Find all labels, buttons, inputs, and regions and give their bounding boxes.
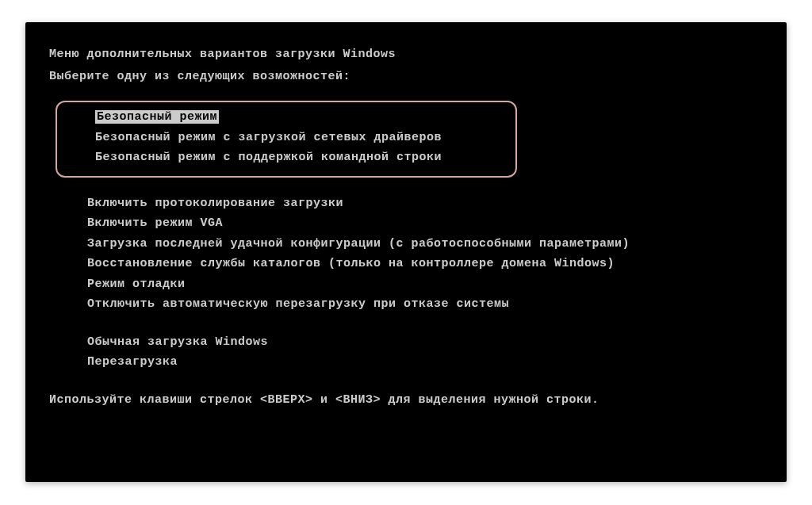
boot-menu-screen: Меню дополнительных вариантов загрузки W… (25, 22, 787, 482)
menu-title: Меню дополнительных вариантов загрузки W… (49, 44, 763, 65)
safe-mode-highlight-box: Безопасный режим Безопасный режим с загр… (56, 101, 517, 178)
menu-item-label: Включить протоколирование загрузки (87, 197, 343, 210)
menu-item-debug-mode[interactable]: Режим отладки (49, 274, 763, 295)
menu-item-label: Включить режим VGA (87, 216, 223, 230)
menu-item-last-known-good[interactable]: Загрузка последней удачной конфигурации … (49, 234, 763, 254)
menu-item-label: Режим отладки (87, 277, 186, 291)
menu-item-label: Отключить автоматическую перезагрузку пр… (87, 297, 509, 311)
menu-item-label: Восстановление службы каталогов (только … (87, 257, 615, 270)
menu-item-normal-boot[interactable]: Обычная загрузка Windows (49, 332, 763, 353)
menu-item-reboot[interactable]: Перезагрузка (49, 352, 763, 373)
menu-item-boot-logging[interactable]: Включить протоколирование загрузки (49, 193, 763, 214)
menu-item-safe-mode-cmd[interactable]: Безопасный режим с поддержкой командной … (65, 147, 508, 168)
footer-instructions: Используйте клавиши стрелок <ВВЕРХ> и <В… (49, 390, 763, 411)
menu-item-label: Безопасный режим с загрузкой сетевых дра… (95, 131, 442, 144)
menu-subtitle: Выберите одну из следующих возможностей: (49, 67, 763, 87)
menu-item-label: Безопасный режим с поддержкой командной … (95, 151, 442, 164)
menu-item-safe-mode[interactable]: Безопасный режим (73, 107, 224, 128)
menu-item-disable-auto-restart[interactable]: Отключить автоматическую перезагрузку пр… (49, 294, 763, 315)
boot-group: Обычная загрузка Windows Перезагрузка (49, 332, 763, 373)
options-group: Включить протоколирование загрузки Включ… (49, 193, 763, 315)
menu-item-vga-mode[interactable]: Включить режим VGA (49, 213, 763, 234)
menu-item-directory-restore[interactable]: Восстановление службы каталогов (только … (49, 254, 763, 274)
menu-item-label: Перезагрузка (87, 355, 178, 369)
menu-item-label: Загрузка последней удачной конфигурации … (87, 237, 630, 251)
menu-item-label: Обычная загрузка Windows (87, 335, 268, 349)
menu-item-label: Безопасный режим (95, 110, 219, 124)
menu-item-safe-mode-network[interactable]: Безопасный режим с загрузкой сетевых дра… (65, 128, 508, 148)
